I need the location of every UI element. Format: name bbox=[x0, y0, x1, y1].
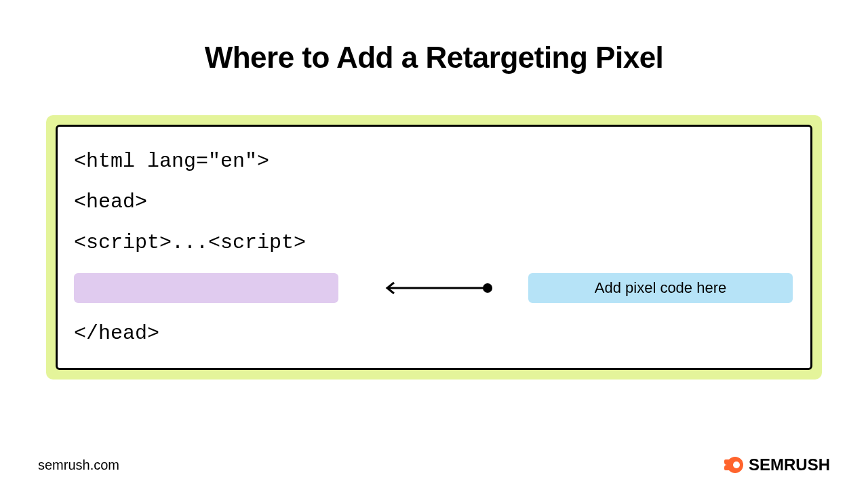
footer-url: semrush.com bbox=[38, 457, 119, 473]
page-title: Where to Add a Retargeting Pixel bbox=[0, 0, 868, 75]
code-line-html: <html lang="en"> bbox=[74, 151, 794, 171]
code-line-head-open: <head> bbox=[74, 192, 794, 212]
flame-icon bbox=[723, 454, 745, 476]
code-box-inner: <html lang="en"> <head> <script>...<scri… bbox=[56, 125, 812, 370]
arrow-icon bbox=[379, 281, 494, 295]
svg-point-3 bbox=[733, 462, 740, 468]
annotation-label: Add pixel code here bbox=[528, 273, 793, 303]
code-line-head-close: </head> bbox=[74, 323, 794, 344]
brand-text: SEMRUSH bbox=[749, 455, 830, 474]
footer: semrush.com SEMRUSH bbox=[0, 454, 868, 476]
code-line-script: <script>...<script> bbox=[74, 232, 794, 253]
svg-point-1 bbox=[483, 283, 492, 293]
pixel-placeholder-box bbox=[74, 273, 338, 303]
highlight-row: Add pixel code here bbox=[74, 273, 794, 303]
code-box-outer: <html lang="en"> <head> <script>...<scri… bbox=[46, 115, 822, 380]
brand-logo: SEMRUSH bbox=[723, 454, 830, 476]
